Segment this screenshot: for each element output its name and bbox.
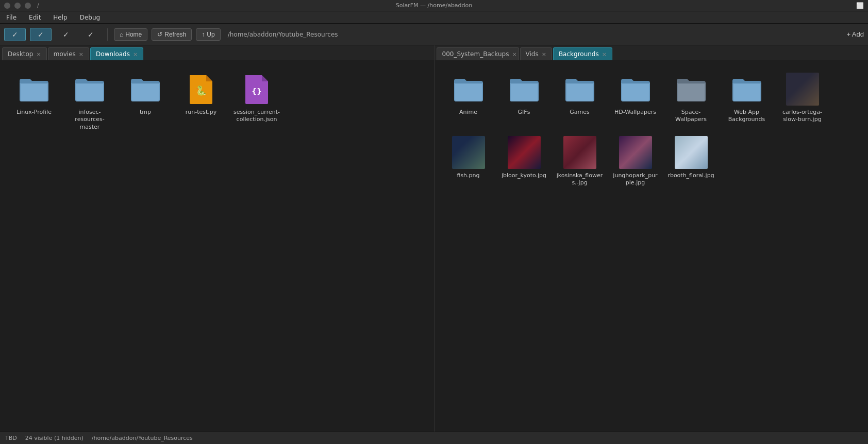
file-label: Games: [570, 109, 589, 116]
menu-debug[interactable]: Debug: [78, 13, 102, 22]
list-item[interactable]: Space-Wallpapers: [665, 69, 717, 128]
folder-icon: [621, 77, 650, 101]
file-label: tmp: [140, 109, 151, 116]
folder-icon-area: [508, 73, 541, 106]
right-panel: 000_System_Backups × Vids × Backgrounds …: [435, 45, 869, 432]
image-thumbnail: [619, 136, 652, 169]
menu-file[interactable]: File: [4, 13, 19, 22]
close-button[interactable]: [4, 3, 10, 9]
refresh-button[interactable]: ↺ Refresh: [152, 28, 192, 41]
status-info: 24 visible (1 hidden): [25, 435, 84, 441]
tab-close-backgrounds[interactable]: ×: [602, 52, 607, 57]
home-icon: ⌂: [120, 31, 123, 38]
folder-icon-area: [73, 73, 106, 106]
list-item[interactable]: Games: [554, 69, 606, 128]
tab-close-vids[interactable]: ×: [542, 52, 546, 57]
svg-text:🐍: 🐍: [195, 85, 207, 96]
python-icon-area: 🐍: [185, 73, 218, 106]
toolbar: ✓ ✓ ✓ ✓ ⌂ Home ↺ Refresh ↑ Up /home/abad…: [0, 24, 868, 45]
window-controls: /: [4, 2, 39, 9]
check-button-2[interactable]: ✓: [30, 28, 52, 41]
tab-vids[interactable]: Vids ×: [520, 47, 552, 60]
list-item[interactable]: 🐍 run-test.py: [175, 69, 227, 135]
path-display: /home/abaddon/Youtube_Resources: [225, 31, 341, 38]
image-thumb-area: [675, 136, 708, 169]
folder-icon: [75, 77, 104, 101]
list-item[interactable]: Anime: [443, 69, 494, 128]
image-thumbnail: [675, 136, 708, 169]
folder-icon-area: [129, 73, 162, 106]
list-item[interactable]: {} session_current-collection.json: [231, 69, 282, 135]
left-file-area: Linux-Profile infosec-resources-master: [0, 60, 434, 432]
file-label: jbloor_kyoto.jpg: [502, 172, 546, 179]
folder-icon-area: [619, 73, 652, 106]
maximize-button[interactable]: [25, 3, 31, 9]
tab-downloads[interactable]: Downloads ×: [90, 47, 143, 60]
file-label: Linux-Profile: [16, 109, 52, 116]
image-thumb-area: [619, 136, 652, 169]
title-bar: / SolarFM — /home/abaddon ⬜: [0, 0, 868, 11]
file-label: carlos-ortega-slow-burn.jpg: [779, 109, 826, 124]
tab-close-desktop[interactable]: ×: [37, 52, 41, 57]
image-thumbnail: [452, 136, 485, 169]
tab-desktop[interactable]: Desktop ×: [2, 47, 47, 60]
up-button[interactable]: ↑ Up: [196, 28, 220, 41]
list-item[interactable]: HD-Wallpapers: [610, 69, 661, 128]
tab-backgrounds[interactable]: Backgrounds ×: [553, 47, 612, 60]
check-button-4[interactable]: ✓: [80, 28, 101, 41]
svg-text:{}: {}: [252, 87, 262, 95]
menu-help[interactable]: Help: [51, 13, 69, 22]
minimize-button[interactable]: [14, 3, 21, 9]
file-label: junghopark_purple.jpg: [612, 172, 659, 187]
folder-icon: [565, 77, 594, 101]
python-file-icon: 🐍: [189, 74, 213, 104]
folder-icon-area: [675, 73, 708, 106]
list-item[interactable]: Web App Backgrounds: [721, 69, 773, 128]
list-item[interactable]: carlos-ortega-slow-burn.jpg: [777, 69, 828, 128]
tab-movies[interactable]: movies ×: [48, 47, 89, 60]
file-label: run-test.py: [186, 109, 217, 116]
list-item[interactable]: GIFs: [498, 69, 550, 128]
add-button[interactable]: + Add: [846, 30, 864, 38]
check-button-3[interactable]: ✓: [56, 28, 76, 41]
list-item[interactable]: tmp: [120, 69, 171, 135]
image-thumbnail: [508, 136, 541, 169]
folder-icon-area: [563, 73, 596, 106]
folder-icon-area: [730, 73, 763, 106]
image-thumbnail: [563, 136, 596, 169]
file-label: Space-Wallpapers: [667, 109, 715, 124]
tab-system-backups[interactable]: 000_System_Backups ×: [437, 47, 519, 60]
list-item[interactable]: Linux-Profile: [8, 69, 60, 135]
status-bar: TBD 24 visible (1 hidden) /home/abaddon/…: [0, 432, 868, 444]
home-button[interactable]: ⌂ Home: [114, 28, 147, 41]
left-tabs-bar: Desktop × movies × Downloads ×: [0, 45, 434, 60]
file-label: Anime: [459, 109, 477, 116]
slash-icon: /: [37, 2, 39, 9]
folder-icon: [732, 77, 761, 101]
list-item[interactable]: fish.png: [443, 132, 494, 191]
image-thumb-area: [508, 136, 541, 169]
list-item[interactable]: rbooth_floral.jpg: [665, 132, 717, 191]
folder-icon-area: [18, 73, 51, 106]
image-thumb-area: [452, 136, 485, 169]
right-file-area: Anime GIFs: [435, 60, 869, 432]
list-item[interactable]: jkosinska_flowers.-jpg: [554, 132, 606, 191]
tab-close-downloads[interactable]: ×: [133, 52, 138, 57]
separator-1: [107, 28, 108, 41]
image-thumb-area: [786, 73, 819, 106]
image-thumb-area: [563, 136, 596, 169]
right-tabs-bar: 000_System_Backups × Vids × Backgrounds …: [435, 45, 869, 60]
tab-close-movies[interactable]: ×: [79, 52, 84, 57]
menu-bar: File Edit Help Debug: [0, 11, 868, 24]
title-bar-right: ⬜: [856, 2, 864, 9]
menu-edit[interactable]: Edit: [27, 13, 43, 22]
window-title: SolarFM — /home/abaddon: [396, 2, 473, 9]
file-label: fish.png: [457, 172, 479, 179]
check-button-1[interactable]: ✓: [4, 28, 26, 41]
list-item[interactable]: junghopark_purple.jpg: [610, 132, 661, 191]
list-item[interactable]: jbloor_kyoto.jpg: [498, 132, 550, 191]
up-icon: ↑: [202, 31, 205, 38]
refresh-icon: ↺: [157, 31, 162, 38]
list-item[interactable]: infosec-resources-master: [64, 69, 115, 135]
tab-close-backups[interactable]: ×: [512, 52, 516, 57]
